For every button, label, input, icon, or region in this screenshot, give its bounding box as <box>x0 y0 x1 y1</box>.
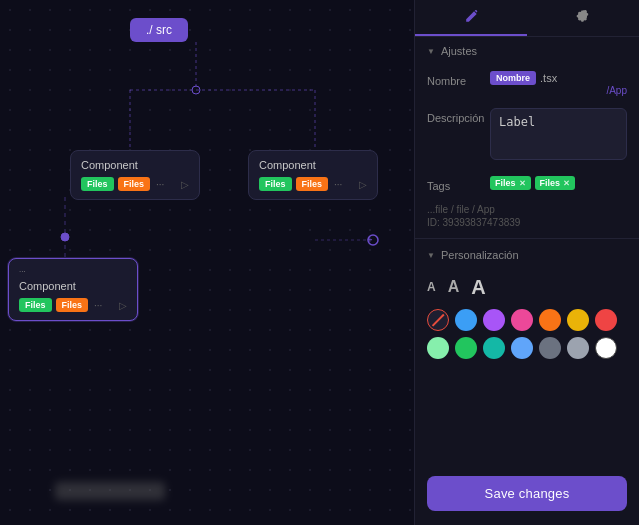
color-row-2 <box>427 337 627 359</box>
panel-tabs <box>415 0 639 37</box>
component-node-2[interactable]: Component Files Files ··· ▷ <box>248 150 378 200</box>
color-gray-swatch[interactable] <box>567 337 589 359</box>
node-arrow-1: ▷ <box>181 179 189 190</box>
svg-point-10 <box>368 235 378 245</box>
tag-files-2a: Files <box>259 177 292 191</box>
font-size-medium-btn[interactable]: A <box>448 279 460 295</box>
bottom-blur <box>55 482 165 500</box>
color-row-1 <box>427 309 627 331</box>
descripcion-label: Descripción <box>427 108 482 124</box>
font-size-large-btn[interactable]: A <box>471 277 485 297</box>
node-title-2: Component <box>259 159 367 171</box>
node-tags-2: Files Files ··· ▷ <box>259 177 367 191</box>
node-tags-1: Files Files ··· ▷ <box>81 177 189 191</box>
nombre-input-group: Nombre .tsx <box>490 71 627 85</box>
node-title-1: Component <box>81 159 189 171</box>
component-node-3[interactable]: ··· Component Files Files ··· ▷ <box>8 258 138 321</box>
tag-remove-1[interactable]: ✕ <box>519 179 526 188</box>
node-dots-3[interactable]: ··· <box>94 300 102 311</box>
descripcion-textarea[interactable]: Label <box>490 108 627 160</box>
descripcion-row: Descripción Label <box>415 102 639 170</box>
color-blue-light-swatch[interactable] <box>511 337 533 359</box>
src-node[interactable]: ./ src <box>130 18 188 42</box>
tag-chip-2[interactable]: Files ✕ <box>535 176 576 190</box>
divider-1 <box>415 238 639 239</box>
font-size-small-btn[interactable]: A <box>427 281 436 293</box>
color-pink-swatch[interactable] <box>511 309 533 331</box>
color-gray-dark-swatch[interactable] <box>539 337 561 359</box>
src-label: ./ src <box>146 23 172 37</box>
color-teal-swatch[interactable] <box>483 337 505 359</box>
color-orange-swatch[interactable] <box>539 309 561 331</box>
tags-control: Files ✕ Files ✕ <box>490 176 627 190</box>
section-ajustes-header[interactable]: ▼ Ajustes <box>415 37 639 65</box>
tag-chip-1[interactable]: Files ✕ <box>490 176 531 190</box>
edit-icon <box>464 10 478 24</box>
node-dots-2[interactable]: ··· <box>334 179 342 190</box>
nombre-row: Nombre Nombre .tsx /App <box>415 65 639 102</box>
tag-chip-label-1: Files <box>495 178 516 188</box>
tags-container: Files ✕ Files ✕ <box>490 176 627 190</box>
node-arrow-2: ▷ <box>359 179 367 190</box>
node-dots-1[interactable]: ··· <box>156 179 164 190</box>
file-id: ID: 39393837473839 <box>415 217 639 236</box>
node-title-3: Component <box>19 280 127 292</box>
tab-edit[interactable] <box>415 0 527 36</box>
tags-row: Tags Files ✕ Files ✕ <box>415 170 639 198</box>
color-yellow-swatch[interactable] <box>567 309 589 331</box>
component-node-1[interactable]: Component Files Files ··· ▷ <box>70 150 200 200</box>
personalization-section: ▼ Personalización A A A <box>415 241 639 367</box>
ajustes-label: Ajustes <box>441 45 477 57</box>
tag-files-3a: Files <box>19 298 52 312</box>
section-personalizacion-header[interactable]: ▼ Personalización <box>415 241 639 269</box>
tag-files-3b: Files <box>56 298 89 312</box>
tag-files-1a: Files <box>81 177 114 191</box>
svg-point-9 <box>61 233 69 241</box>
font-controls: A A A <box>415 269 639 305</box>
nombre-control: Nombre .tsx /App <box>490 71 627 96</box>
nombre-label: Nombre <box>427 71 482 87</box>
save-changes-button[interactable]: Save changes <box>427 476 627 511</box>
tag-chip-label-2: Files <box>540 178 561 188</box>
tag-files-1b: Files <box>118 177 151 191</box>
nombre-badge[interactable]: Nombre <box>490 71 536 85</box>
file-path: ...file / file / App <box>415 198 639 217</box>
tag-files-2b: Files <box>296 177 329 191</box>
nombre-ext: .tsx <box>540 72 557 84</box>
svg-text:+: + <box>367 235 372 245</box>
tag-remove-2[interactable]: ✕ <box>563 179 570 188</box>
color-red-swatch[interactable] <box>595 309 617 331</box>
node-tags-3: Files Files ··· ▷ <box>19 298 127 312</box>
color-none-swatch[interactable] <box>427 309 449 331</box>
personalizacion-label: Personalización <box>441 249 519 261</box>
node-arrow-3: ▷ <box>119 300 127 311</box>
svg-point-8 <box>192 86 200 94</box>
gear-icon <box>576 10 590 24</box>
save-btn-container: Save changes <box>415 466 639 525</box>
descripcion-control: Label <box>490 108 627 164</box>
app-link[interactable]: /App <box>490 85 627 96</box>
color-white-swatch[interactable] <box>595 337 617 359</box>
panel-content: ▼ Ajustes Nombre Nombre .tsx /App Descri… <box>415 37 639 466</box>
color-blue-swatch[interactable] <box>455 309 477 331</box>
chevron-ajustes: ▼ <box>427 47 435 56</box>
color-purple-swatch[interactable] <box>483 309 505 331</box>
color-palette <box>415 305 639 367</box>
color-green-light-swatch[interactable] <box>427 337 449 359</box>
right-panel: ▼ Ajustes Nombre Nombre .tsx /App Descri… <box>414 0 639 525</box>
chevron-personalizacion: ▼ <box>427 251 435 260</box>
tab-settings[interactable] <box>527 0 639 36</box>
color-green-swatch[interactable] <box>455 337 477 359</box>
canvas-area[interactable]: + ./ src Component Files Files ··· ▷ Com… <box>0 0 414 525</box>
tags-label: Tags <box>427 176 482 192</box>
